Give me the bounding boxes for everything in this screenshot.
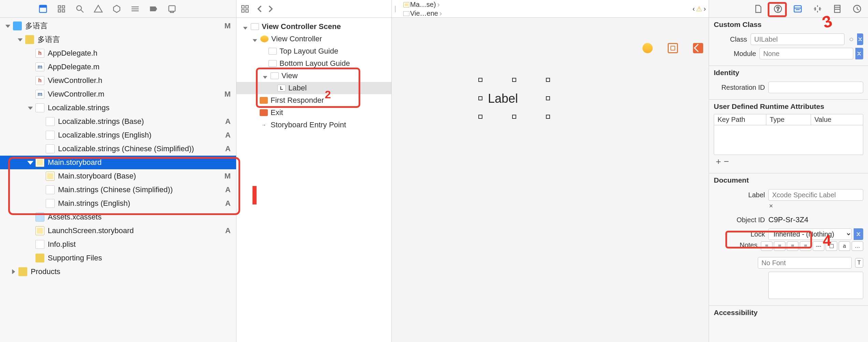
disclosure-down-icon[interactable] <box>27 105 33 111</box>
file-row[interactable]: Info.plist <box>0 238 236 251</box>
exit-row[interactable]: Exit <box>236 106 391 119</box>
label-row[interactable]: L Label <box>236 82 391 94</box>
class-dropdown[interactable] <box>857 33 863 45</box>
more-icon[interactable]: … <box>852 241 863 251</box>
notes-toolbar[interactable]: ≡ ≡ ≡ ≡ --- ☐ a … <box>761 241 863 251</box>
file-row[interactable]: mAppDelegate.m <box>0 60 236 74</box>
file-tree[interactable]: 多语言 M 多语言hAppDelegate.hmAppDelegate.mhVi… <box>0 18 236 342</box>
lock-select[interactable]: Inherited - (Nothing) <box>768 228 852 240</box>
folder-icon <box>18 267 27 276</box>
disclosure-down-icon[interactable] <box>262 73 268 79</box>
project-navigator-icon[interactable] <box>38 4 48 14</box>
svg-rect-14 <box>242 10 244 12</box>
connections-inspector-icon[interactable] <box>852 4 862 14</box>
help-inspector-icon[interactable]: ? <box>773 4 783 14</box>
identity-inspector-icon[interactable] <box>793 4 802 14</box>
add-attribute-button[interactable]: + <box>716 156 721 167</box>
warning-icon[interactable]: ⚠ <box>696 5 702 13</box>
forward-small-icon[interactable]: › <box>704 5 706 13</box>
test-icon[interactable] <box>112 4 121 14</box>
lock-dropdown[interactable] <box>854 228 863 240</box>
entrypoint-row[interactable]: → Storyboard Entry Point <box>236 119 391 131</box>
file-row[interactable]: Main.strings (English)A <box>0 197 236 210</box>
remove-attribute-button[interactable]: − <box>724 156 729 167</box>
source-control-icon[interactable] <box>57 4 66 14</box>
align-center-icon[interactable]: ≡ <box>774 241 785 251</box>
project-root-row[interactable]: 多语言 M <box>0 19 236 33</box>
disclosure-down-icon[interactable] <box>27 159 33 166</box>
scm-status: M <box>225 90 231 99</box>
firstresponder-row[interactable]: First Responder <box>236 94 391 106</box>
module-dropdown[interactable] <box>855 48 863 59</box>
size-inspector-icon[interactable] <box>833 4 842 14</box>
firstresponder-dock-icon[interactable] <box>668 43 678 53</box>
file-row[interactable]: Main.storyboard (Base)M <box>0 169 236 183</box>
disclosure-down-icon[interactable] <box>5 23 11 29</box>
jump-bar[interactable]: | 多语言多语言Ma…ardMa…se)Vie…eneVie…llerViewL… <box>392 0 709 18</box>
file-row[interactable]: Localizable.strings (Base)A <box>0 115 236 128</box>
scene-dock[interactable] <box>642 43 703 53</box>
debug-icon[interactable] <box>130 4 140 14</box>
canvas-label-text: Label <box>488 91 518 106</box>
document-label-input[interactable] <box>768 189 863 201</box>
file-row[interactable]: Main.strings (Chinese (Simplified))A <box>0 183 236 197</box>
file-row[interactable]: hAppDelegate.h <box>0 46 236 60</box>
disclosure-down-icon[interactable] <box>252 36 258 42</box>
bottomlayout-row[interactable]: Bottom Layout Guide <box>236 57 391 70</box>
canvas-label-element[interactable]: Label <box>485 85 543 112</box>
file-row[interactable]: Supporting Files <box>0 251 236 265</box>
file-row[interactable]: Localizable.strings (English)A <box>0 128 236 142</box>
align-right-icon[interactable]: ≡ <box>787 241 798 251</box>
file-inspector-icon[interactable] <box>753 4 763 14</box>
issue-icon[interactable] <box>93 4 103 14</box>
font-input[interactable] <box>758 257 852 269</box>
scene-row[interactable]: View Controller Scene <box>236 20 391 33</box>
products-group-row[interactable]: Products <box>0 265 236 279</box>
find-icon[interactable] <box>75 4 85 14</box>
breakpoint-icon[interactable] <box>149 4 158 14</box>
text-a-icon[interactable]: a <box>839 241 850 251</box>
udra-table[interactable]: Key Path Type Value <box>714 114 863 155</box>
file-row[interactable]: LaunchScreen.storyboardA <box>0 224 236 238</box>
disclosure-down-icon[interactable] <box>243 24 248 29</box>
restorationid-input[interactable] <box>768 82 863 93</box>
color-swatches[interactable]: × <box>714 202 863 210</box>
disclosure-down-icon[interactable] <box>17 37 23 43</box>
file-row[interactable]: 多语言 <box>0 33 236 46</box>
disclosure-right-icon[interactable] <box>10 269 16 275</box>
jumpbar-segment[interactable]: Vie…ene <box>402 9 444 18</box>
file-row[interactable]: mViewController.mM <box>0 87 236 101</box>
file-row[interactable]: hViewController.h <box>0 74 236 87</box>
notes-textarea[interactable] <box>768 272 863 299</box>
viewcontroller-row[interactable]: View Controller <box>236 33 391 45</box>
file-row[interactable]: Localizable.strings <box>0 101 236 115</box>
attributes-inspector-icon[interactable] <box>813 4 822 14</box>
file-icon <box>35 213 44 222</box>
back-icon[interactable] <box>256 4 264 13</box>
font-picker-icon[interactable]: T <box>855 258 863 268</box>
class-reset-icon[interactable]: ○ <box>849 35 854 44</box>
jumpbar-segment[interactable]: Ma…se) <box>402 0 444 9</box>
file-name: Main.strings (Chinese (Simplified)) <box>58 185 173 194</box>
exit-dock-icon[interactable] <box>693 43 703 53</box>
svg-rect-13 <box>246 5 248 8</box>
view-row[interactable]: View <box>236 70 391 82</box>
file-name: Supporting Files <box>48 254 102 262</box>
toplayout-row[interactable]: Top Layout Guide <box>236 45 391 57</box>
outline-tree[interactable]: View Controller Scene View Controller To… <box>236 18 391 342</box>
back-small-icon[interactable]: ‹ <box>693 5 695 13</box>
report-icon[interactable] <box>167 4 177 14</box>
forward-icon[interactable] <box>266 4 275 13</box>
file-row[interactable]: Localizable.strings (Chinese (Simplified… <box>0 142 236 156</box>
related-items-icon[interactable] <box>241 4 249 13</box>
file-row[interactable]: Assets.xcassets <box>0 210 236 224</box>
no-color-icon[interactable]: × <box>769 202 773 210</box>
module-input[interactable] <box>760 48 853 59</box>
align-justify-icon[interactable]: ≡ <box>800 241 811 251</box>
viewcontroller-dock-icon[interactable] <box>642 43 653 53</box>
file-row[interactable]: Main.storyboard <box>0 156 236 169</box>
label-icon: L <box>277 85 286 91</box>
align-left-icon[interactable]: ≡ <box>761 241 772 251</box>
storyboard-canvas[interactable]: Label <box>392 18 709 342</box>
class-input[interactable] <box>751 33 844 45</box>
